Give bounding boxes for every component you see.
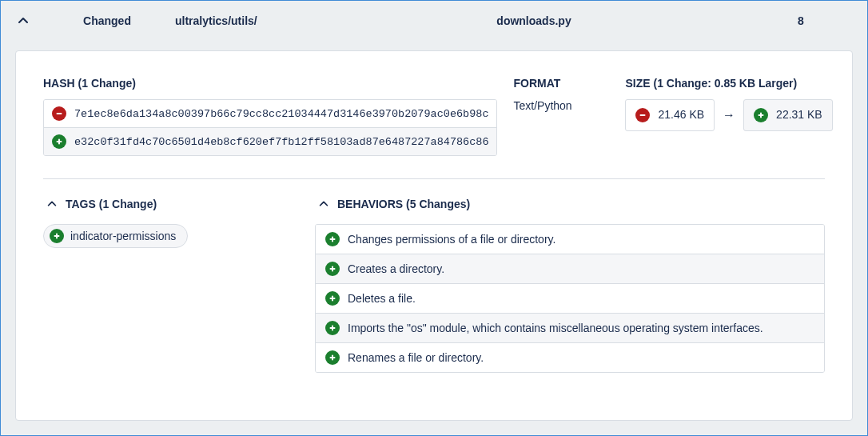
format-title: FORMAT (513, 77, 609, 90)
behavior-row[interactable]: Renames a file or directory. (316, 342, 824, 372)
chevron-up-icon (43, 195, 61, 213)
panel-header: Changed ultralytics/utils/ downloads.py … (1, 1, 867, 41)
bottom-row: TAGS (1 Change) indicator-permissions (43, 195, 825, 373)
hash-row-old[interactable]: 7e1ec8e6da134a8c00397b66c79cc8cc21034447… (44, 100, 496, 127)
hash-new-value: e32c0f31fd4c70c6501d4eb8cf620ef7fb12ff58… (74, 136, 488, 148)
arrow-right-icon: → (723, 108, 735, 122)
svg-rect-7 (56, 234, 58, 239)
svg-rect-9 (332, 237, 333, 242)
tags-section: TAGS (1 Change) indicator-permissions (43, 195, 299, 248)
plus-icon (325, 321, 340, 335)
behaviors-header[interactable]: BEHAVIORS (5 Changes) (315, 195, 825, 213)
tag-pill[interactable]: indicator-permissions (43, 224, 188, 248)
plus-icon (325, 232, 340, 246)
hash-row-new[interactable]: e32c0f31fd4c70c6501d4eb8cf620ef7fb12ff58… (44, 127, 496, 155)
behavior-text: Changes permissions of a file or directo… (348, 233, 555, 246)
size-old-box: 21.46 KB (625, 99, 715, 131)
plus-icon (754, 108, 768, 122)
svg-rect-3 (640, 114, 646, 116)
tags-header[interactable]: TAGS (1 Change) (43, 195, 299, 213)
header-cells: Changed ultralytics/utils/ downloads.py … (39, 14, 861, 27)
size-old-value: 21.46 KB (658, 108, 704, 122)
divider (43, 178, 825, 179)
behavior-text: Imports the "os" module, which contains … (348, 322, 763, 334)
header-status: Changed (39, 14, 175, 27)
behavior-text: Creates a directory. (348, 262, 444, 275)
size-title: SIZE (1 Change: 0.85 KB Larger) (625, 77, 832, 90)
svg-rect-5 (760, 113, 762, 118)
size-boxes: 21.46 KB → 22.31 KB (625, 99, 832, 131)
chevron-up-icon (315, 195, 332, 213)
behavior-row[interactable]: Changes permissions of a file or directo… (316, 225, 824, 254)
format-section: FORMAT Text/Python (513, 77, 609, 112)
format-value: Text/Python (513, 99, 609, 112)
size-section: SIZE (1 Change: 0.85 KB Larger) 21.46 KB… (625, 77, 832, 131)
svg-rect-13 (332, 296, 333, 302)
tags-title: TAGS (1 Change) (66, 198, 157, 210)
card: HASH (1 Change) 7e1ec8e6da134a8c00397b66… (15, 50, 853, 421)
hash-list: 7e1ec8e6da134a8c00397b66c79cc8cc21034447… (43, 99, 497, 156)
tag-label: indicator-permissions (70, 230, 176, 242)
header-change-count: 8 (741, 14, 861, 27)
behaviors-section: BEHAVIORS (5 Changes) Changes permission… (315, 195, 825, 373)
diff-panel: Changed ultralytics/utils/ downloads.py … (0, 0, 868, 436)
hash-title: HASH (1 Change) (43, 77, 497, 90)
behavior-row[interactable]: Deletes a file. (316, 283, 824, 313)
svg-rect-2 (58, 139, 60, 145)
behavior-text: Deletes a file. (348, 292, 416, 305)
collapse-toggle[interactable] (7, 5, 39, 37)
plus-icon (50, 229, 64, 243)
top-row: HASH (1 Change) 7e1ec8e6da134a8c00397b66… (43, 77, 825, 156)
behaviors-list: Changes permissions of a file or directo… (315, 224, 825, 373)
behavior-row[interactable]: Creates a directory. (316, 254, 824, 283)
chevron-up-icon (17, 14, 30, 27)
plus-icon (52, 134, 66, 149)
svg-rect-0 (57, 113, 62, 114)
plus-icon (325, 350, 340, 365)
size-new-box: 22.31 KB (743, 99, 833, 131)
svg-rect-15 (332, 326, 333, 331)
plus-icon (325, 291, 340, 306)
plus-icon (325, 262, 340, 276)
minus-icon (52, 106, 66, 121)
hash-section: HASH (1 Change) 7e1ec8e6da134a8c00397b66… (43, 77, 497, 156)
header-filename: downloads.py (375, 14, 741, 27)
behavior-row[interactable]: Imports the "os" module, which contains … (316, 313, 824, 342)
minus-icon (635, 108, 650, 122)
svg-rect-17 (332, 355, 333, 361)
behaviors-title: BEHAVIORS (5 Changes) (337, 198, 470, 210)
size-new-value: 22.31 KB (776, 108, 822, 122)
hash-old-value: 7e1ec8e6da134a8c00397b66c79cc8cc21034447… (74, 108, 488, 120)
behavior-text: Renames a file or directory. (348, 351, 484, 364)
panel-content: HASH (1 Change) 7e1ec8e6da134a8c00397b66… (1, 41, 867, 435)
svg-rect-11 (332, 266, 333, 272)
header-path: ultralytics/utils/ (175, 14, 375, 27)
